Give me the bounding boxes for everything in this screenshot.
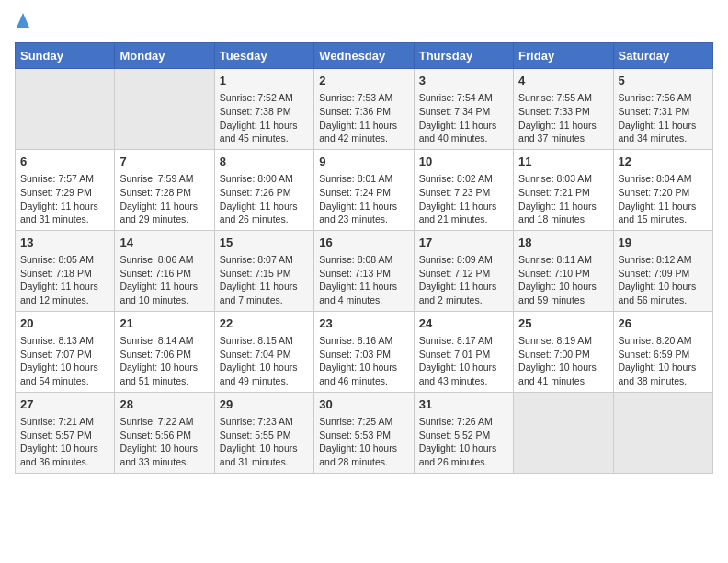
calendar-week-row: 13Sunrise: 8:05 AMSunset: 7:18 PMDayligh… xyxy=(16,230,713,311)
sunset-text: Sunset: 5:52 PM xyxy=(419,429,508,442)
day-number: 7 xyxy=(119,154,209,170)
day-number: 31 xyxy=(419,396,508,413)
col-header-tuesday: Tuesday xyxy=(214,43,313,69)
sunrise-text: Sunrise: 8:00 AM xyxy=(220,172,309,186)
calendar-cell: 21Sunrise: 8:14 AMSunset: 7:06 PMDayligh… xyxy=(115,311,214,392)
sunrise-text: Sunrise: 8:04 AM xyxy=(619,172,708,186)
day-number: 11 xyxy=(518,154,608,170)
col-header-friday: Friday xyxy=(514,43,613,69)
logo xyxy=(15,15,29,33)
day-number: 15 xyxy=(220,235,309,251)
sunrise-text: Sunrise: 7:21 AM xyxy=(20,415,109,429)
calendar-cell xyxy=(115,69,214,150)
calendar-cell: 19Sunrise: 8:12 AMSunset: 7:09 PMDayligh… xyxy=(613,230,712,311)
calendar-cell: 2Sunrise: 7:53 AMSunset: 7:36 PMDaylight… xyxy=(314,69,414,150)
sunrise-text: Sunrise: 7:52 AM xyxy=(220,91,309,105)
sunset-text: Sunset: 7:36 PM xyxy=(319,105,408,119)
sunset-text: Sunset: 7:10 PM xyxy=(518,267,608,281)
calendar-header-row: SundayMondayTuesdayWednesdayThursdayFrid… xyxy=(16,43,713,69)
calendar-cell: 14Sunrise: 8:06 AMSunset: 7:16 PMDayligh… xyxy=(115,230,214,311)
daylight-text: Daylight: 10 hours and 46 minutes. xyxy=(319,361,408,387)
calendar-cell: 10Sunrise: 8:02 AMSunset: 7:23 PMDayligh… xyxy=(414,149,513,230)
daylight-text: Daylight: 11 hours and 42 minutes. xyxy=(319,119,408,145)
day-number: 12 xyxy=(619,154,708,170)
daylight-text: Daylight: 11 hours and 34 minutes. xyxy=(619,119,708,145)
sunset-text: Sunset: 5:55 PM xyxy=(220,429,309,442)
calendar-cell: 23Sunrise: 8:16 AMSunset: 7:03 PMDayligh… xyxy=(314,311,414,392)
calendar-week-row: 20Sunrise: 8:13 AMSunset: 7:07 PMDayligh… xyxy=(16,311,713,392)
calendar-cell: 24Sunrise: 8:17 AMSunset: 7:01 PMDayligh… xyxy=(414,311,513,392)
day-number: 5 xyxy=(619,73,708,89)
sunset-text: Sunset: 6:59 PM xyxy=(619,348,708,362)
svg-marker-0 xyxy=(17,13,29,28)
day-number: 20 xyxy=(20,316,109,332)
calendar-cell xyxy=(613,392,712,473)
sunset-text: Sunset: 7:12 PM xyxy=(419,267,508,281)
sunrise-text: Sunrise: 8:16 AM xyxy=(319,334,408,348)
calendar-cell: 27Sunrise: 7:21 AMSunset: 5:57 PMDayligh… xyxy=(16,392,115,473)
daylight-text: Daylight: 11 hours and 21 minutes. xyxy=(419,200,508,226)
daylight-text: Daylight: 11 hours and 12 minutes. xyxy=(20,280,109,306)
sunset-text: Sunset: 7:03 PM xyxy=(319,348,408,362)
calendar-table: SundayMondayTuesdayWednesdayThursdayFrid… xyxy=(15,42,713,474)
sunset-text: Sunset: 7:15 PM xyxy=(220,267,309,281)
sunrise-text: Sunrise: 7:22 AM xyxy=(119,415,209,429)
day-number: 23 xyxy=(319,316,408,332)
sunrise-text: Sunrise: 8:02 AM xyxy=(419,172,508,186)
daylight-text: Daylight: 11 hours and 15 minutes. xyxy=(619,200,708,226)
daylight-text: Daylight: 11 hours and 18 minutes. xyxy=(518,200,608,226)
daylight-text: Daylight: 11 hours and 26 minutes. xyxy=(220,200,309,226)
sunset-text: Sunset: 7:04 PM xyxy=(220,348,309,362)
calendar-cell: 28Sunrise: 7:22 AMSunset: 5:56 PMDayligh… xyxy=(115,392,214,473)
daylight-text: Daylight: 11 hours and 7 minutes. xyxy=(220,280,309,306)
sunset-text: Sunset: 7:28 PM xyxy=(119,186,209,200)
sunset-text: Sunset: 7:13 PM xyxy=(319,267,408,281)
day-number: 8 xyxy=(220,154,309,170)
col-header-sunday: Sunday xyxy=(16,43,115,69)
calendar-week-row: 6Sunrise: 7:57 AMSunset: 7:29 PMDaylight… xyxy=(16,149,713,230)
logo-triangle-icon xyxy=(17,13,29,31)
daylight-text: Daylight: 10 hours and 54 minutes. xyxy=(20,361,109,387)
day-number: 22 xyxy=(220,316,309,332)
day-number: 10 xyxy=(419,154,508,170)
sunset-text: Sunset: 7:18 PM xyxy=(20,267,109,281)
col-header-wednesday: Wednesday xyxy=(314,43,414,69)
day-number: 21 xyxy=(119,316,209,332)
sunrise-text: Sunrise: 8:13 AM xyxy=(20,334,109,348)
daylight-text: Daylight: 10 hours and 31 minutes. xyxy=(220,442,309,468)
sunrise-text: Sunrise: 8:20 AM xyxy=(619,334,708,348)
day-number: 29 xyxy=(220,396,309,413)
daylight-text: Daylight: 10 hours and 36 minutes. xyxy=(20,442,109,468)
calendar-cell xyxy=(514,392,613,473)
daylight-text: Daylight: 10 hours and 51 minutes. xyxy=(119,361,209,387)
sunrise-text: Sunrise: 7:55 AM xyxy=(518,91,608,105)
sunset-text: Sunset: 7:29 PM xyxy=(20,186,109,200)
calendar-cell: 1Sunrise: 7:52 AMSunset: 7:38 PMDaylight… xyxy=(214,69,313,150)
day-number: 28 xyxy=(119,396,209,413)
calendar-cell: 17Sunrise: 8:09 AMSunset: 7:12 PMDayligh… xyxy=(414,230,513,311)
day-number: 19 xyxy=(619,235,708,251)
calendar-cell: 29Sunrise: 7:23 AMSunset: 5:55 PMDayligh… xyxy=(214,392,313,473)
day-number: 24 xyxy=(419,316,508,332)
sunset-text: Sunset: 7:21 PM xyxy=(518,186,608,200)
day-number: 9 xyxy=(319,154,408,170)
day-number: 4 xyxy=(518,73,608,89)
calendar-cell: 8Sunrise: 8:00 AMSunset: 7:26 PMDaylight… xyxy=(214,149,313,230)
day-number: 26 xyxy=(619,316,708,332)
sunrise-text: Sunrise: 8:12 AM xyxy=(619,253,708,267)
sunrise-text: Sunrise: 7:56 AM xyxy=(619,91,708,105)
sunset-text: Sunset: 7:26 PM xyxy=(220,186,309,200)
sunset-text: Sunset: 7:33 PM xyxy=(518,105,608,119)
day-number: 3 xyxy=(419,73,508,89)
sunset-text: Sunset: 7:31 PM xyxy=(619,105,708,119)
sunrise-text: Sunrise: 7:53 AM xyxy=(319,91,408,105)
daylight-text: Daylight: 11 hours and 10 minutes. xyxy=(119,280,209,306)
sunrise-text: Sunrise: 7:57 AM xyxy=(20,172,109,186)
sunset-text: Sunset: 7:00 PM xyxy=(518,348,608,362)
sunset-text: Sunset: 7:34 PM xyxy=(419,105,508,119)
daylight-text: Daylight: 11 hours and 31 minutes. xyxy=(20,200,109,226)
daylight-text: Daylight: 10 hours and 56 minutes. xyxy=(619,280,708,306)
sunset-text: Sunset: 5:56 PM xyxy=(119,429,209,442)
daylight-text: Daylight: 10 hours and 26 minutes. xyxy=(419,442,508,468)
sunrise-text: Sunrise: 8:03 AM xyxy=(518,172,608,186)
